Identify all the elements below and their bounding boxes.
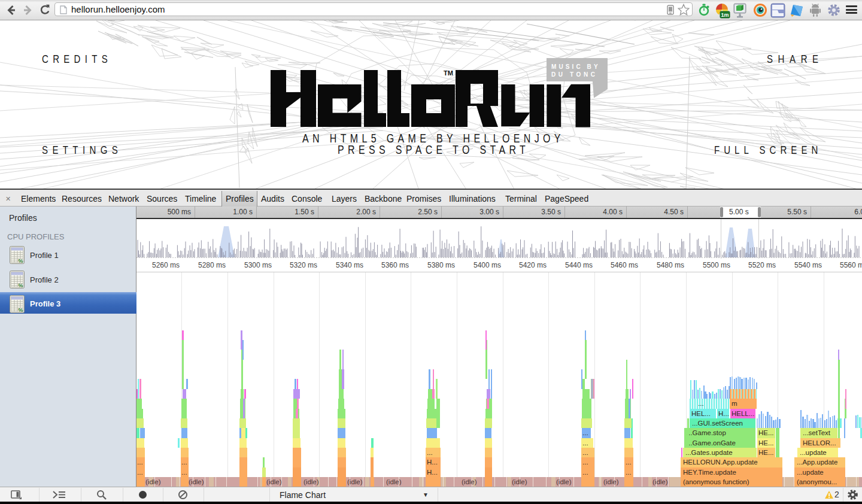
svg-text:%: % bbox=[19, 258, 23, 264]
svg-text:TM: TM bbox=[444, 69, 453, 77]
svg-text:%: % bbox=[19, 283, 23, 289]
svg-text:%: % bbox=[19, 307, 23, 313]
svg-text:1m: 1m bbox=[721, 12, 729, 18]
